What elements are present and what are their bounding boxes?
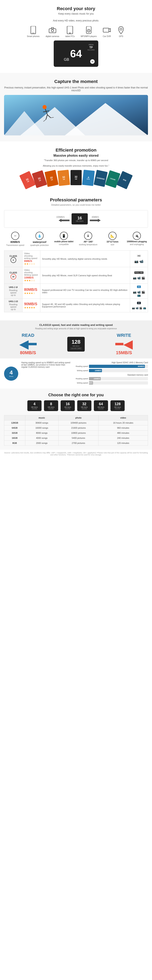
read-arrow-body <box>29 343 37 345</box>
device-icons-row: Smart phones digital cameras tablet PCs … <box>4 26 148 37</box>
photo-cell-0: 109400 pictures <box>58 420 98 425</box>
uhs1u3-read-label: Reading speedup to <box>6 303 21 310</box>
ski-image <box>4 95 148 135</box>
card-option-64gb: 64 GB micro microSD <box>94 400 108 411</box>
bar-read-fill: 80MB/S <box>89 365 145 368</box>
card-16-num: 16 <box>77 216 82 220</box>
efficient-quote1: "Transfer 360 photos per minute, transfe… <box>4 159 148 162</box>
capacity-table-header: music photo video <box>4 415 148 420</box>
bar-std-write-label: Writing speed <box>74 382 88 384</box>
standard-label: Standard memory card <box>74 374 148 376</box>
uhs1u3-label: UHS-1 U3 <box>6 301 21 302</box>
class10-icons: 📷 📹 🎬 <box>132 276 146 280</box>
uhs1u1-tag-cell: 3D 📷 📹 🎬 📺 <box>130 284 148 299</box>
uhs1u3-tag: 4K <box>137 302 141 304</box>
bar-write-val: 10MB/S <box>95 369 102 372</box>
read-arrow-row: ◀ <box>19 338 37 350</box>
device-smartphone: Smart phones <box>27 26 40 37</box>
device-camera: digital cameras <box>46 26 59 37</box>
card-subtext: IULCARD <box>88 49 94 51</box>
perf-desc: Having reading speed up to 80MB/S and wr… <box>21 361 71 368</box>
params-subtitle: Detailed parameters, so you could know m… <box>4 204 148 206</box>
rw-content: READ ◀ 80MB/S 128 GB micro microSD CARD … <box>4 333 148 355</box>
card-128-unit: GB micro <box>70 345 82 347</box>
stack-card-4: 32GB <box>58 170 70 186</box>
music-cell-2: 8000 songs <box>25 431 58 436</box>
plugging-desc: and unplugging <box>130 243 144 245</box>
dvr-icon <box>103 26 111 34</box>
compatible-val: mobile phone tablet <box>54 240 74 243</box>
uhs1u3-speed-val: 90MB/S <box>24 302 38 306</box>
class10-tag-cell: FULL HD 📷 📹 🎬 <box>130 267 148 284</box>
card-info: micro TF IULCARD <box>88 43 94 51</box>
uhs1u1-desc: Support professional HD Live TV recordin… <box>42 289 128 294</box>
uhs1u3-speed-cell: 90MB/S ★★★★★ <box>22 299 40 312</box>
card-4gb-unit: GB micro <box>29 406 40 408</box>
four-num: 4 <box>10 370 13 375</box>
uhs1u1-icons: 📷 📹 🎬 📺 <box>132 290 146 297</box>
card-64gb-unit: GB micro <box>96 406 106 408</box>
uhs1u1-speed-val: 80MB/S <box>24 288 38 292</box>
table-row: 64GB 16000 songs 21600 pictures 960 minu… <box>4 425 148 431</box>
arrow-left-body <box>61 220 69 221</box>
plugging-val: 10000times plugging <box>127 240 147 243</box>
section-perf: 4 Times Having reading speed up to 80MB/… <box>0 358 152 388</box>
class10-circle: 10 <box>11 274 16 280</box>
left-arrow <box>51 219 69 222</box>
card-4gb-num: 4 <box>29 402 40 406</box>
choose-title: Choose the right one for you <box>4 393 148 397</box>
class10-desc: Smoothly play HD Movie, meet SLR Camera … <box>42 274 128 277</box>
center-card-16gb: 16 GB micro <box>72 213 88 224</box>
svg-point-5 <box>69 33 70 33</box>
size-icon: 📐 <box>109 232 117 240</box>
photo-cell-4: 2700 pictures <box>58 441 98 445</box>
uhs1u1-tag: 3D <box>137 286 141 288</box>
card-8gb-unit: GB micro <box>46 406 56 408</box>
card-64gb-num: 64 <box>96 402 106 406</box>
card-32gb-unit: GB micro <box>79 406 90 408</box>
card-128-num: 128 <box>70 339 82 345</box>
transmission-icon: ↔ <box>11 232 19 240</box>
card-16gb-brand: microSD <box>62 408 73 409</box>
card-32gb-num: 32 <box>79 402 90 406</box>
card-class-badge: 10 <box>90 59 94 64</box>
col-header-music: music <box>25 415 58 420</box>
smartphone-icon <box>29 26 37 34</box>
card-128-type: microSD CARD <box>70 347 82 350</box>
capture-title: Capture the moment <box>4 79 148 84</box>
waterproof-desc: quadruple protection <box>30 244 49 246</box>
right-arrow <box>90 219 101 222</box>
size-val: 15*11*1mm <box>107 240 118 243</box>
bar-write-track: 10MB/S <box>89 369 148 372</box>
table-row-class6: CLASS 6 Video shootingwriting speed 6MB/… <box>4 251 148 267</box>
bar-std-read-val: 15MB/S <box>94 378 100 380</box>
uhs1u3-desc: Support 4K, 3D and HD quality video Shoo… <box>42 303 128 308</box>
speed-diagram: 100MB/S 16 GB micro 40MB/S <box>4 210 148 228</box>
feature-compatible: 📱 mobile phone tablet compatible <box>53 232 75 246</box>
device-tablet: tablet PCs <box>65 26 75 37</box>
write-block: WRITE ◀ 15MB/S <box>115 333 133 355</box>
arrow-left-head <box>51 219 61 222</box>
card-stack: 32GB 32GB 32GB 32GB 32GB ADATA SANDISK L… <box>4 170 148 185</box>
bar-write-label: Writing speed <box>74 369 88 372</box>
cap-cell-1: 64GB <box>4 425 25 431</box>
uhs1u1-desc-cell: Support professional HD Live TV recordin… <box>40 284 130 299</box>
card-option-4gb: 4 GB micro microSD <box>27 400 42 411</box>
class10-stars: ★★★☆☆ <box>24 279 38 282</box>
rw-title: CLASS10 speed, fast and stable reading a… <box>4 323 148 326</box>
card-128gb-brand: microSD <box>112 408 123 409</box>
class6-desc: Smoothly play HD Movie, satisfying digit… <box>42 258 128 260</box>
class10-label: CLASS <box>6 271 21 274</box>
cap-cell-3: 16GB <box>4 436 25 441</box>
footer-note: Source: Laboratory test results, due con… <box>0 450 152 458</box>
uhs1u3-desc-cell: Support 4K, 3D and HD quality video Shoo… <box>40 299 130 312</box>
class6-label: CLASS <box>6 255 21 257</box>
svg-rect-0 <box>31 26 36 34</box>
speed-left: 100MB/S <box>51 216 69 222</box>
params-title: Professional parameters <box>4 197 148 203</box>
table-row-uhs1-u1: UHS-1 UI Reading speedup to 80MB/S ★★★★☆… <box>4 284 148 299</box>
four-sub: Times <box>9 375 13 377</box>
device-mp3-label: MP3/MP4 players <box>81 35 97 37</box>
class6-speed-cell: Video shootingwriting speed 6MB/S ★★☆☆☆ <box>22 251 40 267</box>
uhs1u3-icons: 📷 📹 🎬 📺 <box>132 307 146 309</box>
